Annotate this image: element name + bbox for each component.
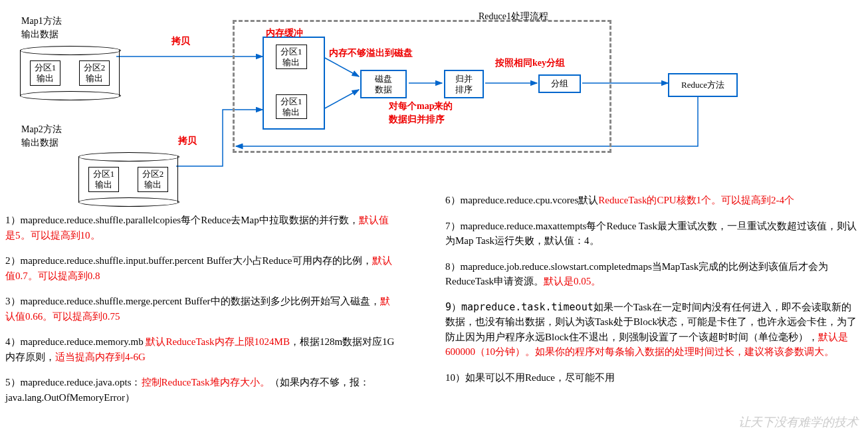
t10a: 10）如果可以不用Reduce，尽可能不用	[445, 372, 615, 383]
item-5: 5）mapreduce.reduce.java.opts：控制ReduceTas…	[5, 375, 397, 405]
map1-p1: 分区1 输出	[30, 60, 61, 85]
t5a: 5）mapreduce.reduce.java.opts：	[5, 377, 142, 388]
map2-title: Map2方法 输出数据	[21, 123, 62, 149]
group-note: 按照相同key分组	[495, 56, 565, 70]
item-4: 4）mapreduce.reduce.memory.mb 默认ReduceTas…	[5, 334, 397, 364]
t6a: 6）mapreduce.reduce.cpu.vcores默认	[445, 195, 598, 205]
map1-cylinder: 分区1 输出 分区2 输出	[20, 50, 120, 96]
map1-p2: 分区2 输出	[79, 60, 110, 85]
group-box: 分组	[538, 74, 581, 93]
mem-buffer-label: 内存缓冲	[266, 27, 303, 40]
item-7: 7）mapreduce.reduce.maxattempts每个Reduce T…	[445, 219, 857, 249]
map2-cylinder: 分区1 输出 分区2 输出	[78, 156, 178, 203]
item-10: 10）如果可以不用Reduce，尽可能不用	[445, 370, 857, 386]
t4b: 默认ReduceTask内存上限1024MB	[146, 336, 289, 347]
item-9: 9）mapreduce.task.timeout如果一个Task在一定时间内没有…	[445, 300, 857, 360]
left-text-column: 1）mapreduce.reduce.shuffle.parallelcopie…	[5, 213, 397, 415]
map2-p1: 分区1 输出	[88, 167, 120, 191]
t3a: 3）mapreduce.reduce.shuffle.merge.percent…	[5, 296, 380, 306]
t2a: 2）mapreduce.reduce.shuffle.input.buffer.…	[5, 255, 372, 266]
copy2-label: 拷贝	[178, 134, 197, 148]
item-3: 3）mapreduce.reduce.shuffle.merge.percent…	[5, 294, 397, 324]
merge-note: 对每个map来的 数据归并排序	[389, 100, 453, 126]
reduce-method-box: Reduce方法	[668, 73, 738, 97]
item-1: 1）mapreduce.reduce.shuffle.parallelcopie…	[5, 213, 397, 243]
item-2: 2）mapreduce.reduce.shuffle.input.buffer.…	[5, 253, 397, 283]
item-8: 8）mapreduce.job.reduce.slowstart.complet…	[445, 259, 857, 289]
merge-sort-box: 归并 排序	[444, 70, 484, 98]
reduce-flow-title: Reduce1处理流程	[479, 10, 548, 23]
spill-label: 内存不够溢出到磁盘	[329, 47, 413, 60]
right-text-column: 6）mapreduce.reduce.cpu.vcores默认ReduceTas…	[445, 193, 857, 395]
copy1-label: 拷贝	[171, 35, 190, 48]
t6b: ReduceTask的CPU核数1个。可以提高到2-4个	[598, 195, 794, 205]
reduce-flow-diagram: Map1方法 输出数据 分区1 输出 分区2 输出 拷贝 Map2方法 输出数据…	[0, 0, 868, 199]
t9a: 9）mapreduce.task.timeout	[445, 301, 594, 313]
buf-p1a: 分区1 输出	[276, 45, 307, 69]
map2-p2: 分区2 输出	[138, 167, 169, 191]
buf-p1b: 分区1 输出	[276, 94, 307, 119]
t4a: 4）mapreduce.reduce.memory.mb	[5, 336, 146, 347]
memory-buffer: 分区1 输出 分区1 输出	[263, 37, 325, 130]
t7a: 7）mapreduce.reduce.maxattempts每个Reduce T…	[445, 221, 857, 247]
disk-data-box: 磁盘 数据	[360, 70, 407, 98]
t8a: 8）mapreduce.job.reduce.slowstart.complet…	[445, 261, 828, 287]
map1-title: Map1方法 输出数据	[21, 15, 62, 41]
item-6: 6）mapreduce.reduce.cpu.vcores默认ReduceTas…	[445, 193, 857, 208]
t8b: 默认是0.05。	[544, 276, 601, 286]
t4d: 适当提高内存到4-6G	[55, 352, 146, 362]
t5b: 控制ReduceTask堆内存大小。	[142, 377, 270, 388]
t1a: 1）mapreduce.reduce.shuffle.parallelcopie…	[5, 215, 359, 225]
watermark: 让天下没有难学的技术	[738, 414, 858, 431]
